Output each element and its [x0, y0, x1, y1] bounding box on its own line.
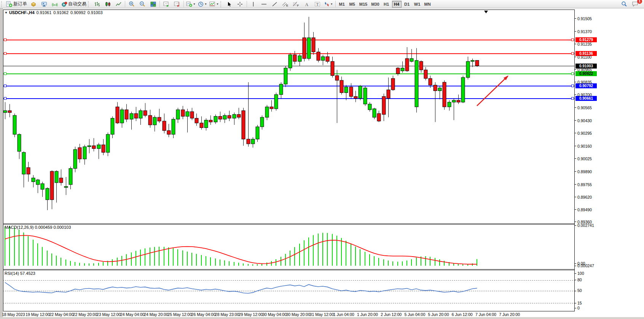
bar-chart-button[interactable]	[92, 0, 102, 8]
line-handle[interactable]	[571, 39, 574, 41]
price-axis-label: 0.89755	[577, 182, 592, 187]
bear-candle	[335, 76, 339, 80]
signals-button[interactable]	[49, 0, 60, 8]
bull-candle	[401, 68, 404, 71]
templates-button[interactable]: ▼	[208, 0, 220, 8]
macd-bar	[173, 248, 174, 266]
price-axis-label: 0.90025	[577, 156, 592, 161]
time-axis-label: 5 Jun 04:00	[404, 312, 425, 317]
macd-bar	[159, 247, 159, 266]
candlestick-chart-button[interactable]	[102, 0, 113, 8]
macd-bar	[402, 262, 403, 266]
timeframe-m30[interactable]: M30	[370, 1, 381, 8]
arrows-icon	[324, 2, 330, 7]
price-axis-label: 0.91370	[577, 29, 592, 34]
periods-button[interactable]: ▼	[197, 0, 208, 8]
bear-candle	[200, 123, 203, 128]
line-handle[interactable]	[571, 73, 574, 75]
macd-bar	[196, 254, 197, 266]
line-handle[interactable]	[571, 53, 574, 55]
line-handle[interactable]	[4, 73, 6, 75]
macd-bar	[392, 262, 393, 266]
chart-shift-button[interactable]	[172, 0, 182, 8]
zoom-in-button[interactable]	[126, 0, 137, 8]
horizontal-line-tool-button[interactable]	[259, 0, 269, 8]
bear-candle	[270, 107, 273, 109]
macd-bar	[383, 259, 384, 266]
bear-candle	[475, 61, 479, 66]
bull-candle	[64, 187, 68, 187]
macd-bar	[299, 244, 300, 266]
bear-candle	[59, 178, 63, 182]
price-axis-label: 0.89890	[577, 169, 592, 174]
toolbar-grip[interactable]	[1, 1, 4, 7]
crosshair-tool-button[interactable]	[235, 0, 245, 8]
zoom-out-button[interactable]	[137, 0, 148, 8]
line-handle[interactable]	[4, 85, 6, 87]
market-button[interactable]	[28, 0, 39, 8]
vertical-line-tool-button[interactable]	[248, 0, 259, 8]
equidistant-channel-tool-button[interactable]: E	[280, 0, 291, 8]
tile-windows-button[interactable]	[148, 0, 158, 8]
notifications-button[interactable]: 1	[630, 0, 640, 8]
line-handle[interactable]	[4, 39, 6, 41]
line-chart-button[interactable]	[113, 0, 124, 8]
macd-bar	[42, 247, 43, 266]
macd-bar	[397, 262, 398, 266]
clock-icon	[198, 2, 204, 7]
new-order-button[interactable]: 新订单	[5, 0, 28, 8]
text-icon: A	[304, 2, 309, 7]
macd-bar	[238, 263, 239, 266]
macd-bar	[177, 249, 178, 266]
line-handle[interactable]	[571, 85, 574, 87]
search-button[interactable]	[619, 0, 630, 8]
time-axis-label: 5 Jun 20:00	[428, 312, 449, 317]
arrows-tool-button[interactable]: ▼	[323, 0, 334, 8]
macd-bar	[9, 226, 10, 266]
timeframe-m1[interactable]: M1	[337, 1, 347, 8]
trendline-tool-button[interactable]	[269, 0, 280, 8]
bear-candle	[148, 115, 152, 125]
indicators-button[interactable]: ▼	[185, 0, 197, 8]
macd-bar	[75, 262, 75, 266]
text-label-tool-button[interactable]: T	[312, 0, 323, 8]
bear-candle	[247, 139, 250, 144]
bull-candle	[298, 56, 301, 61]
fibonacci-tool-button[interactable]: F	[291, 0, 301, 8]
timeframe-h4[interactable]: H4	[392, 1, 402, 8]
bull-candle	[359, 86, 362, 98]
macd-bar	[318, 233, 319, 266]
autotrading-button[interactable]: 自动交易	[60, 0, 88, 8]
line-handle[interactable]	[4, 97, 6, 100]
auto-scroll-button[interactable]	[161, 0, 172, 8]
line-handle[interactable]	[4, 53, 6, 55]
virtual-hosting-button[interactable]	[39, 0, 49, 8]
macd-bar	[248, 264, 249, 266]
macd-bar	[435, 258, 435, 266]
toolbar-grip[interactable]	[220, 1, 223, 7]
timeframe-m15[interactable]: M15	[358, 1, 369, 8]
macd-bar	[70, 261, 71, 266]
toolbar-grip[interactable]	[88, 1, 91, 7]
timeframe-h1[interactable]: H1	[382, 1, 391, 8]
cursor-tool-button[interactable]	[224, 0, 235, 8]
timeframe-m5[interactable]: M5	[348, 1, 357, 8]
timeframe-w1[interactable]: W1	[413, 1, 422, 8]
time-axis-label: 1 Jun 04:00	[333, 312, 354, 317]
chart-plot[interactable]	[0, 0, 644, 319]
ohlc-close: 0.91003	[88, 10, 103, 15]
line-handle[interactable]	[571, 97, 574, 100]
macd-bar	[477, 259, 477, 266]
bear-candle	[331, 61, 334, 75]
text-tool-button[interactable]: A	[301, 0, 312, 8]
macd-bar	[47, 250, 48, 266]
bull-candle	[139, 111, 142, 118]
macd-bar	[411, 259, 412, 266]
dropdown-caret: ▼	[216, 3, 219, 5]
fibo-letter: F	[297, 4, 299, 7]
timeframe-d1[interactable]: D1	[402, 1, 412, 8]
bull-candle	[186, 112, 189, 116]
macd-bar	[187, 252, 188, 266]
bull-candle	[265, 107, 269, 117]
timeframe-mn[interactable]: MN	[423, 1, 432, 8]
